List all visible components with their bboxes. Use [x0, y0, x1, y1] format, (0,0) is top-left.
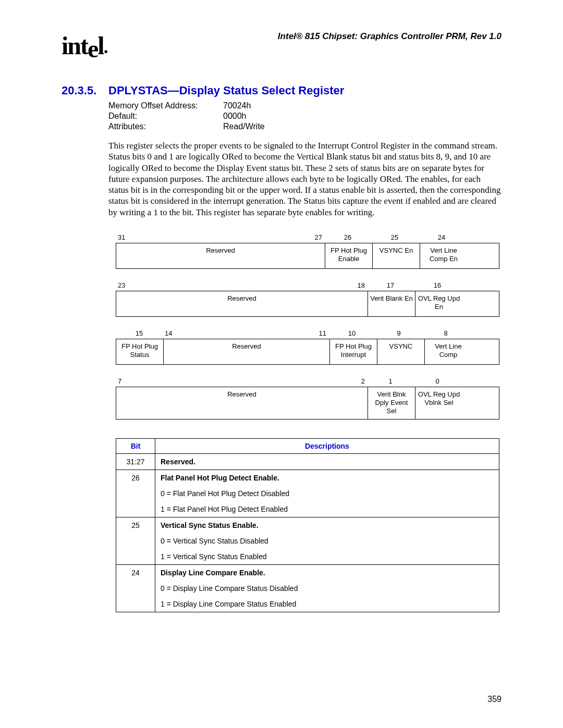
bit-label: 0	[414, 377, 461, 386]
bit-label: 18	[358, 281, 365, 289]
meta-default-value: 0000h	[223, 111, 247, 121]
bit-field: FP Hot Plug Status	[116, 339, 164, 364]
bit-cell: 31:27	[116, 453, 155, 470]
meta-attr-value: Read/Write	[223, 121, 265, 132]
bit-field: FP Hot Plug Interrupt	[330, 339, 377, 364]
bit-field: Vert Line Comp En	[420, 243, 467, 268]
bit-cell	[116, 533, 155, 549]
bit-label: 2	[361, 377, 365, 385]
bit-label: 27	[315, 233, 322, 241]
bit-label: 7	[118, 377, 121, 385]
bit-field: Reserved	[164, 339, 330, 364]
meta-default-label: Default:	[108, 111, 223, 121]
bit-field: Verit Blank En	[368, 291, 415, 316]
bit-label: 26	[324, 233, 371, 242]
bit-label: 1	[367, 377, 414, 386]
bit-label: 17	[367, 281, 414, 290]
bit-cell: 25	[116, 517, 155, 533]
bit-cell	[116, 501, 155, 517]
bit-label: 14	[165, 329, 172, 337]
meta-addr-value: 70024h	[223, 101, 251, 111]
bit-field: Vert Line Comp	[425, 339, 472, 364]
bit-label: 16	[414, 281, 461, 290]
desc-cell: Flat Panel Hot Plug Detect Enable.	[155, 470, 499, 486]
bit-diagram-row: 31 27 26 25 24 Reserved FP Hot Plug Enab…	[116, 233, 499, 269]
bit-field: Reserved	[116, 387, 368, 419]
meta-addr-label: Memory Offset Address:	[108, 101, 223, 111]
bit-diagram-row: 15 14 11 10 9 8 FP Hot Plug Status Reser…	[116, 329, 499, 365]
page-number: 359	[487, 695, 501, 704]
bit-description-table: Bit Descriptions 31:27Reserved.26Flat Pa…	[116, 438, 499, 612]
bit-label: 10	[328, 329, 375, 338]
bit-label: 25	[371, 233, 418, 242]
bit-label: 23	[118, 281, 125, 289]
desc-cell: 0 = Vertical Sync Status Disabled	[155, 533, 499, 549]
bit-label: 31	[118, 233, 125, 241]
bit-diagram-row: 23 18 17 16 Reserved Verit Blank En OVL …	[116, 281, 499, 317]
desc-cell: 1 = Flat Panel Hot Plug Detect Enabled	[155, 501, 499, 517]
bit-label: 24	[418, 233, 465, 242]
bit-label: 15	[116, 329, 163, 338]
desc-cell: Display Line Compare Enable.	[155, 564, 499, 581]
bit-field: VSYNC	[377, 339, 425, 364]
bit-field: Verit Blnk Dply Event Sel	[368, 387, 415, 419]
desc-cell: Reserved.	[155, 453, 499, 470]
section-number: 20.3.5.	[62, 84, 108, 97]
bit-cell	[116, 549, 155, 565]
bit-label: 9	[375, 329, 422, 338]
bit-diagram-row: 7 2 1 0 Reserved Verit Blnk Dply Event S…	[116, 377, 499, 419]
desc-cell: 1 = Display Line Compare Status Enabled	[155, 596, 499, 612]
bit-field: Reserved	[116, 243, 325, 268]
bit-cell: 24	[116, 564, 155, 581]
bit-field: OVL Reg Upd Vblnk Sel	[415, 387, 462, 419]
bit-label: 11	[319, 329, 326, 337]
bit-label: 8	[422, 329, 469, 338]
bit-field: Reserved	[116, 291, 368, 316]
bit-cell	[116, 596, 155, 612]
desc-cell: 0 = Display Line Compare Status Disabled	[155, 581, 499, 596]
desc-cell: 1 = Vertical Sync Status Enabled	[155, 549, 499, 565]
col-bit: Bit	[116, 438, 155, 453]
bit-cell	[116, 486, 155, 501]
bit-field: OVL Reg Upd En	[415, 291, 462, 316]
bit-cell: 26	[116, 470, 155, 486]
col-desc: Descriptions	[155, 438, 499, 453]
bit-cell	[116, 581, 155, 596]
meta-attr-label: Attributes:	[108, 121, 223, 132]
desc-cell: Vertical Sync Status Enable.	[155, 517, 499, 533]
description-paragraph: This register selects the proper events …	[108, 140, 501, 218]
bit-field: FP Hot Plug Enable	[325, 243, 373, 268]
desc-cell: 0 = Flat Panel Hot Plug Detect Disabled	[155, 486, 499, 501]
bit-field: VSYNC En	[373, 243, 420, 268]
section-title: DPLYSTAS—Display Status Select Register	[108, 84, 344, 97]
